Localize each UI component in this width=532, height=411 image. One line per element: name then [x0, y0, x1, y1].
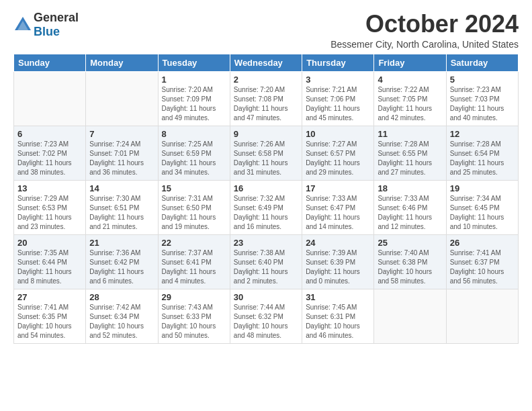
day-info: Sunrise: 7:45 AM Sunset: 6:31 PM Dayligh…: [306, 303, 370, 340]
day-info: Sunrise: 7:33 AM Sunset: 6:46 PM Dayligh…: [378, 194, 442, 232]
day-info: Sunrise: 7:27 AM Sunset: 6:57 PM Dayligh…: [306, 140, 370, 177]
day-info: Sunrise: 7:32 AM Sunset: 6:49 PM Dayligh…: [234, 194, 298, 232]
day-number: 18: [378, 183, 442, 193]
day-info: Sunrise: 7:22 AM Sunset: 7:05 PM Dayligh…: [378, 85, 442, 123]
day-info: Sunrise: 7:25 AM Sunset: 6:59 PM Dayligh…: [162, 140, 226, 177]
day-number: 1: [162, 75, 226, 85]
title-block: October 2024 Bessemer City, North Caroli…: [330, 11, 519, 50]
day-header-monday: Monday: [86, 54, 158, 71]
logo-general-text: General: [34, 11, 79, 24]
day-info: Sunrise: 7:34 AM Sunset: 6:45 PM Dayligh…: [450, 194, 515, 232]
day-number: 19: [450, 183, 515, 193]
cal-cell-20: 20Sunrise: 7:35 AM Sunset: 6:44 PM Dayli…: [14, 234, 86, 289]
day-number: 20: [17, 238, 82, 248]
day-number: 21: [89, 238, 154, 248]
day-number: 3: [306, 75, 370, 85]
location-subtitle: Bessemer City, North Carolina, United St…: [330, 39, 519, 50]
week-row-5: 27Sunrise: 7:41 AM Sunset: 6:35 PM Dayli…: [14, 289, 519, 343]
week-row-4: 20Sunrise: 7:35 AM Sunset: 6:44 PM Dayli…: [14, 234, 519, 289]
day-info: Sunrise: 7:39 AM Sunset: 6:39 PM Dayligh…: [306, 248, 370, 286]
day-number: 13: [17, 183, 82, 193]
day-header-sunday: Sunday: [14, 54, 86, 71]
day-number: 4: [378, 75, 442, 85]
day-info: Sunrise: 7:28 AM Sunset: 6:54 PM Dayligh…: [450, 140, 515, 177]
day-number: 7: [89, 129, 154, 139]
day-number: 23: [234, 238, 298, 248]
day-info: Sunrise: 7:30 AM Sunset: 6:51 PM Dayligh…: [89, 194, 154, 232]
cal-cell-26: 26Sunrise: 7:41 AM Sunset: 6:37 PM Dayli…: [446, 234, 518, 289]
day-info: Sunrise: 7:44 AM Sunset: 6:32 PM Dayligh…: [234, 303, 298, 340]
day-number: 6: [17, 129, 82, 139]
day-info: Sunrise: 7:43 AM Sunset: 6:33 PM Dayligh…: [162, 303, 226, 340]
cal-cell-2: 2Sunrise: 7:20 AM Sunset: 7:08 PM Daylig…: [230, 71, 302, 126]
day-info: Sunrise: 7:28 AM Sunset: 6:55 PM Dayligh…: [378, 140, 442, 177]
cal-cell-empty-0-0: [14, 71, 86, 126]
day-number: 30: [234, 292, 298, 302]
logo-icon: [13, 15, 32, 34]
cal-cell-27: 27Sunrise: 7:41 AM Sunset: 6:35 PM Dayli…: [14, 289, 86, 343]
day-number: 17: [306, 183, 370, 193]
day-info: Sunrise: 7:26 AM Sunset: 6:58 PM Dayligh…: [234, 140, 298, 177]
day-number: 25: [378, 238, 442, 248]
day-info: Sunrise: 7:42 AM Sunset: 6:34 PM Dayligh…: [89, 303, 154, 340]
day-info: Sunrise: 7:24 AM Sunset: 7:01 PM Dayligh…: [89, 140, 154, 177]
day-header-friday: Friday: [374, 54, 446, 71]
day-header-wednesday: Wednesday: [230, 54, 302, 71]
week-row-3: 13Sunrise: 7:29 AM Sunset: 6:53 PM Dayli…: [14, 180, 519, 234]
day-info: Sunrise: 7:33 AM Sunset: 6:47 PM Dayligh…: [306, 194, 370, 232]
day-number: 16: [234, 183, 298, 193]
day-info: Sunrise: 7:20 AM Sunset: 7:08 PM Dayligh…: [234, 85, 298, 123]
day-number: 11: [378, 129, 442, 139]
cal-cell-8: 8Sunrise: 7:25 AM Sunset: 6:59 PM Daylig…: [158, 126, 230, 180]
day-number: 27: [17, 292, 82, 302]
day-info: Sunrise: 7:40 AM Sunset: 6:38 PM Dayligh…: [378, 248, 442, 286]
cal-cell-31: 31Sunrise: 7:45 AM Sunset: 6:31 PM Dayli…: [302, 289, 374, 343]
cal-cell-empty-4-6: [446, 289, 518, 343]
day-number: 10: [306, 129, 370, 139]
day-number: 9: [234, 129, 298, 139]
cal-cell-29: 29Sunrise: 7:43 AM Sunset: 6:33 PM Dayli…: [158, 289, 230, 343]
cal-cell-3: 3Sunrise: 7:21 AM Sunset: 7:06 PM Daylig…: [302, 71, 374, 126]
cal-cell-30: 30Sunrise: 7:44 AM Sunset: 6:32 PM Dayli…: [230, 289, 302, 343]
day-info: Sunrise: 7:41 AM Sunset: 6:35 PM Dayligh…: [17, 303, 82, 340]
cal-cell-28: 28Sunrise: 7:42 AM Sunset: 6:34 PM Dayli…: [86, 289, 158, 343]
day-number: 5: [450, 75, 515, 85]
day-header-tuesday: Tuesday: [158, 54, 230, 71]
day-info: Sunrise: 7:35 AM Sunset: 6:44 PM Dayligh…: [17, 248, 82, 286]
day-info: Sunrise: 7:37 AM Sunset: 6:41 PM Dayligh…: [162, 248, 226, 286]
cal-cell-18: 18Sunrise: 7:33 AM Sunset: 6:46 PM Dayli…: [374, 180, 446, 234]
day-number: 26: [450, 238, 515, 248]
day-info: Sunrise: 7:21 AM Sunset: 7:06 PM Dayligh…: [306, 85, 370, 123]
header: General Blue October 2024 Bessemer City,…: [13, 11, 519, 50]
day-number: 2: [234, 75, 298, 85]
cal-cell-6: 6Sunrise: 7:23 AM Sunset: 7:02 PM Daylig…: [14, 126, 86, 180]
cal-cell-25: 25Sunrise: 7:40 AM Sunset: 6:38 PM Dayli…: [374, 234, 446, 289]
cal-cell-12: 12Sunrise: 7:28 AM Sunset: 6:54 PM Dayli…: [446, 126, 518, 180]
day-number: 12: [450, 129, 515, 139]
cal-cell-empty-0-1: [86, 71, 158, 126]
day-number: 15: [162, 183, 226, 193]
day-info: Sunrise: 7:31 AM Sunset: 6:50 PM Dayligh…: [162, 194, 226, 232]
day-number: 22: [162, 238, 226, 248]
day-header-thursday: Thursday: [302, 54, 374, 71]
page: General Blue October 2024 Bessemer City,…: [0, 0, 532, 351]
day-info: Sunrise: 7:38 AM Sunset: 6:40 PM Dayligh…: [234, 248, 298, 286]
cal-cell-5: 5Sunrise: 7:23 AM Sunset: 7:03 PM Daylig…: [446, 71, 518, 126]
cal-cell-1: 1Sunrise: 7:20 AM Sunset: 7:09 PM Daylig…: [158, 71, 230, 126]
week-row-1: 1Sunrise: 7:20 AM Sunset: 7:09 PM Daylig…: [14, 71, 519, 126]
day-number: 31: [306, 292, 370, 302]
cal-cell-empty-4-5: [374, 289, 446, 343]
day-info: Sunrise: 7:23 AM Sunset: 7:02 PM Dayligh…: [17, 140, 82, 177]
day-number: 14: [89, 183, 154, 193]
cal-cell-9: 9Sunrise: 7:26 AM Sunset: 6:58 PM Daylig…: [230, 126, 302, 180]
cal-cell-16: 16Sunrise: 7:32 AM Sunset: 6:49 PM Dayli…: [230, 180, 302, 234]
logo: General Blue: [13, 11, 79, 39]
cal-cell-24: 24Sunrise: 7:39 AM Sunset: 6:39 PM Dayli…: [302, 234, 374, 289]
cal-cell-17: 17Sunrise: 7:33 AM Sunset: 6:47 PM Dayli…: [302, 180, 374, 234]
header-row: SundayMondayTuesdayWednesdayThursdayFrid…: [14, 54, 519, 71]
cal-cell-10: 10Sunrise: 7:27 AM Sunset: 6:57 PM Dayli…: [302, 126, 374, 180]
cal-cell-23: 23Sunrise: 7:38 AM Sunset: 6:40 PM Dayli…: [230, 234, 302, 289]
day-info: Sunrise: 7:23 AM Sunset: 7:03 PM Dayligh…: [450, 85, 515, 123]
day-info: Sunrise: 7:29 AM Sunset: 6:53 PM Dayligh…: [17, 194, 82, 232]
month-title: October 2024: [330, 11, 519, 38]
